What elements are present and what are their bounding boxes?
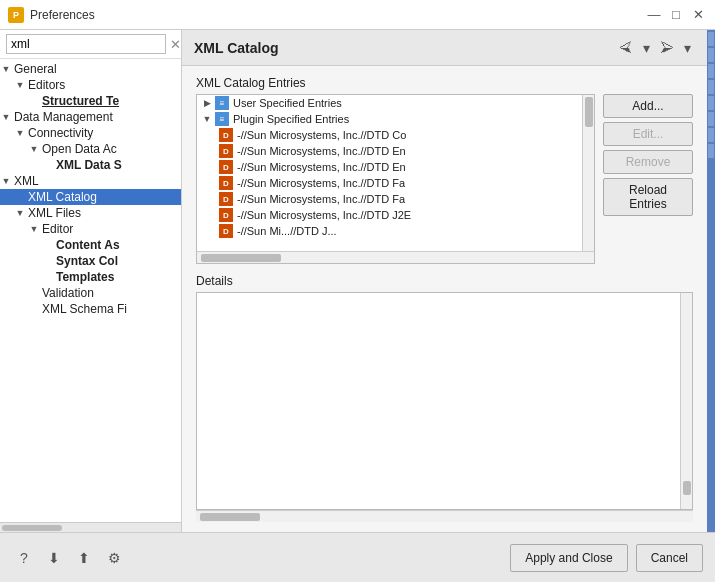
title-bar: P Preferences — □ ✕ <box>0 0 715 30</box>
right-panel: XML Catalog ⮘ ▾ ⮚ ▾ XML Catalog Entries <box>182 30 707 532</box>
details-box <box>196 292 693 510</box>
catalog-entry-sun7[interactable]: D-//Sun Mi...//DTD J... <box>197 223 582 239</box>
sidebar-item-xml-data-s[interactable]: XML Data S <box>0 157 181 173</box>
sidebar-horizontal-scrollbar[interactable] <box>0 522 181 532</box>
details-label: Details <box>196 274 693 288</box>
export-button[interactable]: ⬆ <box>72 546 96 570</box>
sidebar-item-editors[interactable]: ▼Editors <box>0 77 181 93</box>
sidebar-item-editor[interactable]: ▼Editor <box>0 221 181 237</box>
window-controls: — □ ✕ <box>645 6 707 24</box>
catalog-section: ▶≡User Specified Entries▼≡Plugin Specifi… <box>196 94 693 264</box>
sidebar-item-xml-files[interactable]: ▼XML Files <box>0 205 181 221</box>
nav-forward-dropdown-button[interactable]: ▾ <box>680 38 695 58</box>
sidebar-item-general[interactable]: ▼General <box>0 61 181 77</box>
apply-close-button[interactable]: Apply and Close <box>510 544 627 572</box>
help-button[interactable]: ? <box>12 546 36 570</box>
window-title: Preferences <box>30 8 645 22</box>
maximize-button[interactable]: □ <box>667 6 685 24</box>
details-horizontal-scrollbar[interactable] <box>196 510 693 522</box>
edit-button[interactable]: Edit... <box>603 122 693 146</box>
side-accent-strip <box>707 30 715 532</box>
details-vertical-scrollbar[interactable] <box>680 293 692 509</box>
settings-button[interactable]: ⚙ <box>102 546 126 570</box>
sidebar-item-data-management[interactable]: ▼Data Management <box>0 109 181 125</box>
import-button[interactable]: ⬇ <box>42 546 66 570</box>
search-bar: ✕ <box>0 30 181 59</box>
remove-button[interactable]: Remove <box>603 150 693 174</box>
scrollbar-thumb <box>2 525 62 531</box>
details-vscroll-thumb <box>683 481 691 495</box>
catalog-entry-user-specified[interactable]: ▶≡User Specified Entries <box>197 95 582 111</box>
add-button[interactable]: Add... <box>603 94 693 118</box>
cancel-button[interactable]: Cancel <box>636 544 703 572</box>
details-content <box>197 293 680 509</box>
catalog-hscroll-thumb <box>201 254 281 262</box>
search-input[interactable] <box>6 34 166 54</box>
search-clear-button[interactable]: ✕ <box>168 37 182 52</box>
nav-back-button[interactable]: ⮘ <box>615 38 637 58</box>
sidebar-item-validation[interactable]: Validation <box>0 285 181 301</box>
panel-title: XML Catalog <box>194 40 279 56</box>
catalog-entry-sun4[interactable]: D-//Sun Microsystems, Inc.//DTD Fa <box>197 175 582 191</box>
catalog-entries-label: XML Catalog Entries <box>196 76 693 90</box>
catalog-entry-sun2[interactable]: D-//Sun Microsystems, Inc.//DTD En <box>197 143 582 159</box>
sidebar-item-syntax-col[interactable]: Syntax Col <box>0 253 181 269</box>
catalog-horizontal-scrollbar[interactable] <box>197 251 594 263</box>
nav-forward-button[interactable]: ⮚ <box>656 38 678 58</box>
catalog-entry-sun3[interactable]: D-//Sun Microsystems, Inc.//DTD En <box>197 159 582 175</box>
sidebar-item-structured-te[interactable]: Structured Te <box>0 93 181 109</box>
main-container: ✕ ▼General▼EditorsStructured Te▼Data Man… <box>0 30 715 532</box>
catalog-list[interactable]: ▶≡User Specified Entries▼≡Plugin Specifi… <box>197 95 582 251</box>
catalog-entry-sun1[interactable]: D-//Sun Microsystems, Inc.//DTD Co <box>197 127 582 143</box>
sidebar-item-xml[interactable]: ▼XML <box>0 173 181 189</box>
reload-entries-button[interactable]: Reload Entries <box>603 178 693 216</box>
catalog-list-wrapper: ▶≡User Specified Entries▼≡Plugin Specifi… <box>196 94 595 264</box>
sidebar-item-connectivity[interactable]: ▼Connectivity <box>0 125 181 141</box>
sidebar-item-templates[interactable]: Templates <box>0 269 181 285</box>
panel-header: XML Catalog ⮘ ▾ ⮚ ▾ <box>182 30 707 66</box>
catalog-entries-section: XML Catalog Entries ▶≡User Specified Ent… <box>196 76 693 264</box>
sidebar-item-xml-schema-fi[interactable]: XML Schema Fi <box>0 301 181 317</box>
close-button[interactable]: ✕ <box>689 6 707 24</box>
catalog-entry-plugin-specified[interactable]: ▼≡Plugin Specified Entries <box>197 111 582 127</box>
app-icon: P <box>8 7 24 23</box>
catalog-vertical-scrollbar[interactable] <box>582 95 594 251</box>
panel-nav: ⮘ ▾ ⮚ ▾ <box>615 38 695 58</box>
bottom-bar: ? ⬇ ⬆ ⚙ Apply and Close Cancel <box>0 532 715 582</box>
nav-dropdown-button[interactable]: ▾ <box>639 38 654 58</box>
bottom-left-icons: ? ⬇ ⬆ ⚙ <box>12 546 126 570</box>
catalog-buttons: Add... Edit... Remove Reload Entries <box>603 94 693 264</box>
sidebar: ✕ ▼General▼EditorsStructured Te▼Data Man… <box>0 30 182 532</box>
sidebar-item-open-data-ac[interactable]: ▼Open Data Ac <box>0 141 181 157</box>
catalog-entry-sun5[interactable]: D-//Sun Microsystems, Inc.//DTD Fa <box>197 191 582 207</box>
details-hscroll-thumb <box>200 513 260 521</box>
content-area: XML Catalog Entries ▶≡User Specified Ent… <box>182 66 707 532</box>
catalog-vscroll-thumb <box>585 97 593 127</box>
minimize-button[interactable]: — <box>645 6 663 24</box>
sidebar-item-content-as[interactable]: Content As <box>0 237 181 253</box>
catalog-entry-sun6[interactable]: D-//Sun Microsystems, Inc.//DTD J2E <box>197 207 582 223</box>
details-section: Details <box>196 274 693 522</box>
sidebar-item-xml-catalog[interactable]: XML Catalog <box>0 189 181 205</box>
sidebar-tree: ▼General▼EditorsStructured Te▼Data Manag… <box>0 59 181 522</box>
catalog-inner: ▶≡User Specified Entries▼≡Plugin Specifi… <box>197 95 594 251</box>
